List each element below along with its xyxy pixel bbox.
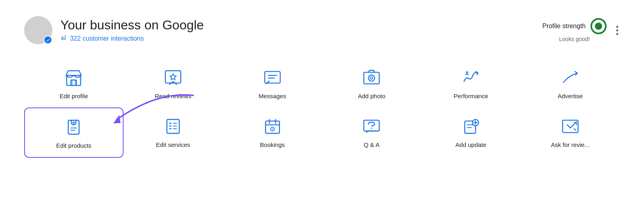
grid-item-advertise[interactable]: Advertise: [520, 59, 620, 107]
header-right: Profile strength Looks good!: [542, 18, 620, 42]
grid-item-edit-services[interactable]: Edit services: [124, 107, 223, 158]
svg-point-28: [371, 128, 372, 129]
bookings-icon: [262, 116, 283, 137]
bar-chart-icon: [60, 34, 68, 43]
qa-icon: [361, 116, 382, 137]
grid-item-edit-profile[interactable]: Edit profile: [24, 59, 124, 107]
performance-icon: [460, 67, 482, 89]
performance-label: Performance: [454, 93, 488, 99]
services-icon: [162, 116, 184, 137]
addupdate-icon: [460, 116, 482, 137]
add-photo-label: Add photo: [358, 93, 385, 99]
store-icon: [63, 67, 85, 89]
profile-strength-label: Profile strength: [542, 23, 586, 30]
interactions-count: 322 customer interactions: [70, 35, 144, 42]
header: Your business on Google 322 customer int…: [24, 16, 620, 44]
reviews-icon: [162, 67, 184, 89]
dot3: [616, 33, 618, 35]
actions-row2: Edit products Edit services: [24, 107, 620, 158]
grid-item-ask-review[interactable]: Ask for revie...: [520, 107, 620, 158]
advertise-icon: [559, 67, 581, 89]
ask-review-label: Ask for revie...: [551, 141, 590, 148]
svg-rect-1: [71, 80, 76, 85]
svg-rect-3: [264, 72, 280, 83]
messages-icon: [262, 67, 283, 89]
photo-icon: [361, 67, 382, 89]
grid-item-add-update[interactable]: Add update: [421, 107, 521, 158]
edit-services-label: Edit services: [156, 141, 190, 148]
askreview-icon: [559, 116, 581, 137]
svg-point-11: [73, 122, 74, 124]
looks-good-label: Looks good!: [559, 36, 590, 42]
dot1: [616, 26, 618, 28]
svg-rect-6: [364, 72, 379, 84]
advertise-label: Advertise: [557, 93, 583, 99]
svg-rect-10: [68, 120, 79, 134]
edit-products-label: Edit products: [56, 142, 92, 149]
strength-circle: [590, 18, 607, 34]
header-left: Your business on Google 322 customer int…: [24, 16, 204, 44]
svg-point-7: [369, 75, 375, 81]
products-icon: [63, 116, 85, 138]
more-menu-button[interactable]: [615, 23, 620, 38]
dot2: [616, 29, 618, 31]
read-reviews-label: Read reviews: [155, 93, 192, 99]
add-update-label: Add update: [456, 141, 487, 148]
grid-item-edit-products[interactable]: Edit products: [24, 107, 124, 158]
grid-item-performance[interactable]: Performance: [421, 59, 521, 107]
grid-item-qa[interactable]: Q & A: [322, 107, 421, 158]
messages-label: Messages: [258, 93, 286, 99]
grid-item-add-photo[interactable]: Add photo: [322, 59, 421, 107]
edit-profile-label: Edit profile: [60, 93, 88, 99]
svg-point-8: [370, 77, 373, 79]
qa-label: Q & A: [364, 141, 380, 148]
avatar: [24, 16, 52, 44]
actions-row1: Edit profile Read reviews: [24, 59, 620, 107]
grid-item-read-reviews[interactable]: Read reviews: [124, 59, 223, 107]
bookings-label: Bookings: [260, 141, 285, 148]
profile-strength: Profile strength Looks good!: [542, 18, 607, 42]
customer-interactions[interactable]: 322 customer interactions: [60, 34, 204, 43]
row2-wrapper: Edit products Edit services: [24, 107, 620, 158]
verified-badge: [43, 35, 52, 44]
grid-item-bookings[interactable]: Bookings: [223, 107, 322, 158]
header-text: Your business on Google 322 customer int…: [60, 17, 204, 43]
page-title: Your business on Google: [60, 17, 204, 33]
svg-point-26: [272, 128, 273, 130]
grid-item-messages[interactable]: Messages: [223, 59, 322, 107]
